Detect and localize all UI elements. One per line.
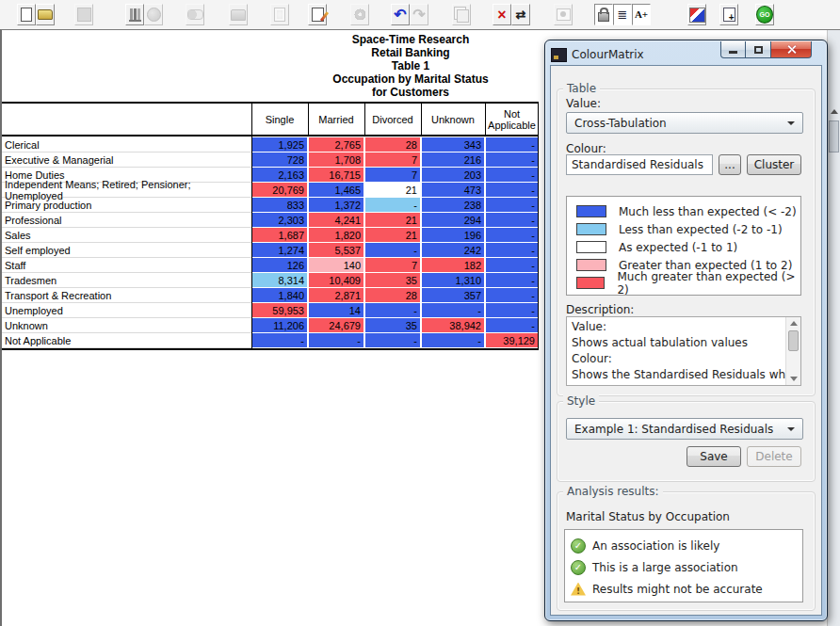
table-cell[interactable]: 1,840 bbox=[252, 288, 307, 302]
table-cell[interactable]: 28 bbox=[365, 288, 420, 302]
table-cell[interactable]: - bbox=[365, 333, 420, 347]
vertical-scrollbar[interactable] bbox=[827, 30, 840, 626]
table-cell[interactable]: - bbox=[486, 303, 538, 317]
table-cell[interactable]: - bbox=[365, 198, 420, 212]
table-cell[interactable]: 357 bbox=[422, 288, 484, 302]
table-cell[interactable]: - bbox=[486, 168, 538, 182]
undo-button[interactable]: ↶ bbox=[391, 4, 410, 25]
row-header[interactable]: Unknown bbox=[2, 318, 251, 333]
table-cell[interactable]: 238 bbox=[422, 198, 484, 212]
table-cell[interactable]: - bbox=[309, 333, 363, 347]
lock-button[interactable] bbox=[594, 4, 613, 25]
table-cell[interactable]: 1,687 bbox=[252, 228, 307, 242]
colour-field[interactable]: Standardised Residuals bbox=[566, 154, 713, 175]
table-cell[interactable]: 39,129 bbox=[486, 333, 538, 347]
value-dropdown[interactable]: Cross-Tabulation bbox=[566, 112, 803, 134]
row-header[interactable]: Independent Means; Retired; Pensioner; U… bbox=[2, 183, 251, 198]
browse-button[interactable]: ... bbox=[719, 154, 741, 175]
scrollbar-thumb[interactable] bbox=[829, 120, 839, 152]
table-cell[interactable]: 2,303 bbox=[252, 213, 307, 227]
table-cell[interactable]: 1,820 bbox=[309, 228, 363, 242]
open-folder-button[interactable] bbox=[36, 4, 55, 25]
table-cell[interactable]: 28 bbox=[365, 137, 420, 152]
row-header[interactable]: Executive & Managerial bbox=[2, 152, 251, 168]
table-cell[interactable]: 10,409 bbox=[309, 273, 363, 287]
table-cell[interactable]: 728 bbox=[252, 152, 307, 167]
scroll-down-icon[interactable] bbox=[789, 375, 798, 383]
table-cell[interactable]: - bbox=[486, 228, 538, 242]
close-button[interactable] bbox=[771, 41, 812, 58]
colourmatrix-button[interactable] bbox=[687, 4, 706, 25]
table-cell[interactable]: 242 bbox=[422, 243, 484, 257]
table-cell[interactable]: - bbox=[486, 243, 538, 257]
table-cell[interactable]: 5,537 bbox=[309, 243, 363, 257]
row-header[interactable]: Primary production bbox=[2, 198, 251, 213]
row-header[interactable]: Not Applicable bbox=[2, 333, 251, 348]
column-header-not-applicable[interactable]: Not Applicable bbox=[486, 104, 538, 135]
table-cell[interactable]: 21 bbox=[365, 213, 420, 227]
row-header[interactable]: Clerical bbox=[2, 137, 251, 152]
edit-notes-button[interactable] bbox=[308, 4, 327, 25]
table-cell[interactable]: 1,274 bbox=[252, 243, 307, 257]
table-cell[interactable]: 1,925 bbox=[252, 137, 307, 152]
table-cell[interactable]: 20,769 bbox=[252, 183, 307, 197]
table-cell[interactable]: 35 bbox=[365, 318, 420, 332]
table-cell[interactable]: 2,765 bbox=[309, 137, 363, 152]
table-cell[interactable]: 140 bbox=[309, 258, 363, 272]
table-cell[interactable]: 14 bbox=[309, 303, 363, 317]
table-cell[interactable]: - bbox=[486, 152, 538, 167]
table-cell[interactable]: 1,465 bbox=[309, 183, 363, 197]
table-cell[interactable]: 7 bbox=[365, 168, 420, 182]
chart-button[interactable] bbox=[125, 4, 144, 25]
table-cell[interactable]: - bbox=[365, 243, 420, 257]
column-header-divorced[interactable]: Divorced bbox=[365, 104, 420, 135]
table-cell[interactable]: - bbox=[486, 213, 538, 227]
column-header-single[interactable]: Single bbox=[252, 104, 307, 135]
row-header[interactable]: Staff bbox=[2, 258, 251, 273]
row-header[interactable]: Unemployed bbox=[2, 303, 251, 318]
table-cell[interactable]: 196 bbox=[422, 228, 484, 242]
table-cell[interactable]: - bbox=[486, 258, 538, 272]
table-cell[interactable]: 2,163 bbox=[252, 168, 307, 182]
table-cell[interactable]: 182 bbox=[422, 258, 484, 272]
row-header[interactable]: Tradesmen bbox=[2, 273, 251, 288]
new-document-button[interactable] bbox=[17, 4, 36, 25]
table-cell[interactable]: 24,679 bbox=[309, 318, 363, 332]
table-cell[interactable]: 343 bbox=[422, 137, 484, 152]
table-cell[interactable]: - bbox=[486, 318, 538, 332]
table-cell[interactable]: 294 bbox=[422, 213, 484, 227]
table-cell[interactable]: 1,708 bbox=[309, 152, 363, 167]
table-cell[interactable]: 11,206 bbox=[252, 318, 307, 332]
column-header-unknown[interactable]: Unknown bbox=[422, 104, 484, 135]
table-cell[interactable]: - bbox=[422, 303, 484, 317]
table-cell[interactable]: 473 bbox=[422, 183, 484, 197]
style-dropdown[interactable]: Example 1: Standardised Residuals bbox=[566, 418, 803, 440]
table-cell[interactable]: - bbox=[486, 183, 538, 197]
table-cell[interactable]: 8,314 bbox=[252, 273, 307, 287]
table-cell[interactable]: - bbox=[252, 333, 307, 347]
scroll-up-icon[interactable] bbox=[789, 319, 798, 328]
table-cell[interactable]: 7 bbox=[365, 152, 420, 167]
table-cell[interactable]: 4,241 bbox=[309, 213, 363, 227]
table-cell[interactable]: 1,372 bbox=[309, 198, 363, 212]
table-cell[interactable]: 1,310 bbox=[422, 273, 484, 287]
table-cell[interactable]: - bbox=[486, 273, 538, 287]
minimize-button[interactable] bbox=[720, 41, 746, 58]
row-header[interactable]: Self employed bbox=[2, 243, 251, 258]
row-header[interactable]: Sales bbox=[2, 228, 251, 243]
scrollbar-thumb[interactable] bbox=[788, 330, 799, 351]
table-cell[interactable]: - bbox=[365, 303, 420, 317]
table-cell[interactable]: 59,953 bbox=[252, 303, 307, 317]
column-header-married[interactable]: Married bbox=[309, 104, 363, 135]
table-cell[interactable]: 833 bbox=[252, 198, 307, 212]
new-table-button[interactable]: + bbox=[719, 4, 738, 25]
go-button[interactable]: GO bbox=[755, 4, 774, 25]
table-cell[interactable]: 7 bbox=[365, 258, 420, 272]
dialog-titlebar[interactable]: ColourMatrix bbox=[551, 44, 644, 65]
table-cell[interactable]: 126 bbox=[252, 258, 307, 272]
description-scrollbar[interactable] bbox=[785, 317, 800, 385]
table-cell[interactable]: 21 bbox=[365, 228, 420, 242]
table-cell[interactable]: 2,871 bbox=[309, 288, 363, 302]
table-cell[interactable]: - bbox=[486, 198, 538, 212]
table-cell[interactable]: - bbox=[486, 137, 538, 152]
